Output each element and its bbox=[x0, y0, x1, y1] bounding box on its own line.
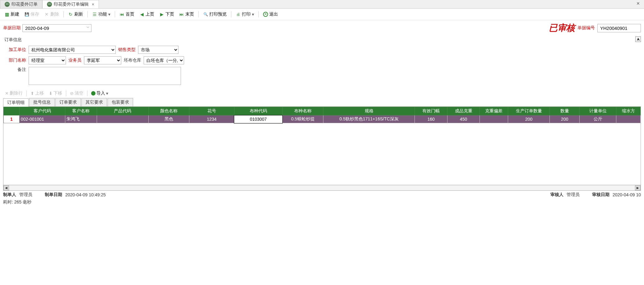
col-header[interactable]: 布种名称 bbox=[282, 107, 323, 115]
next-page-button[interactable]: 下页 bbox=[157, 11, 176, 18]
col-header[interactable]: 生产订单数量 bbox=[508, 107, 550, 115]
cell[interactable] bbox=[97, 115, 148, 123]
col-header[interactable]: 布种代码 bbox=[234, 107, 282, 115]
doc-no-label: 单据编号 bbox=[577, 25, 595, 31]
refresh-button[interactable]: 刷新 bbox=[66, 11, 85, 18]
cell[interactable]: 0.5轨纱黑色1711+16S/TC深灰 bbox=[323, 115, 415, 123]
document-tabs: 印花委外订单 印花委外订单编辑 × × bbox=[0, 0, 644, 9]
first-page-button[interactable]: 首页 bbox=[118, 11, 136, 18]
col-header[interactable]: 客户代码 bbox=[19, 107, 65, 115]
cell[interactable]: 200 bbox=[508, 115, 550, 123]
up-icon: ⬆ bbox=[30, 91, 34, 96]
scroll-track[interactable] bbox=[9, 186, 635, 190]
import-button[interactable]: 导入 bbox=[89, 90, 110, 97]
col-header[interactable]: 花号 bbox=[189, 107, 234, 115]
header-row: 单据日期 已审核 单据编号 bbox=[0, 20, 644, 36]
scroll-left-icon[interactable]: ◀ bbox=[3, 185, 9, 190]
cell[interactable] bbox=[480, 115, 508, 123]
cell[interactable]: 公斤 bbox=[580, 115, 616, 123]
cell[interactable]: 002-001001 bbox=[19, 115, 65, 123]
col-header[interactable]: 客户名称 bbox=[65, 107, 97, 115]
process-unit-select[interactable]: 杭州电化集团有限公司 bbox=[29, 46, 116, 54]
new-icon: ▥ bbox=[4, 12, 9, 17]
col-header[interactable]: 数量 bbox=[550, 107, 580, 115]
tab-label: 印花委外订单编辑 bbox=[54, 2, 89, 7]
cell[interactable] bbox=[616, 115, 641, 123]
separator bbox=[231, 11, 231, 17]
col-header[interactable]: 成品克重 bbox=[447, 107, 480, 115]
cell[interactable]: 1234 bbox=[189, 115, 234, 123]
separator bbox=[115, 11, 115, 17]
detail-grid-wrap: 客户代码客户名称产品代码颜色名称花号布种代码布种名称规格有效门幅成品克重克重偏差… bbox=[3, 107, 641, 191]
cell[interactable]: 0103007 bbox=[234, 115, 282, 123]
audit-date-label: 审核日期 bbox=[592, 192, 609, 198]
move-up-button[interactable]: ⬆上移 bbox=[29, 90, 46, 97]
cell[interactable]: 450 bbox=[447, 115, 480, 123]
print-icon bbox=[236, 12, 241, 17]
salesman-select[interactable]: 李延军 bbox=[84, 56, 121, 64]
clear-button[interactable]: ⊘清空 bbox=[68, 90, 85, 97]
status-bar: 耗时: 265 毫秒 bbox=[0, 199, 644, 206]
print-button[interactable]: 打印 bbox=[234, 11, 256, 18]
panel-title: 订单信息 bbox=[3, 37, 23, 42]
down-icon: ⬇ bbox=[49, 91, 53, 96]
next-icon bbox=[159, 12, 164, 17]
dept-select[interactable]: 经理室 bbox=[29, 56, 66, 64]
scroll-right-icon[interactable]: ▶ bbox=[635, 185, 641, 190]
auditor-label: 审核人 bbox=[550, 192, 563, 198]
col-header[interactable]: 有效门幅 bbox=[415, 107, 447, 115]
delete-icon: ✕ bbox=[5, 91, 9, 96]
last-page-button[interactable]: 末页 bbox=[177, 11, 196, 18]
tab-pack-req[interactable]: 包装要求 bbox=[108, 98, 133, 106]
cell[interactable]: 160 bbox=[415, 115, 447, 123]
exit-button[interactable]: 退出 bbox=[261, 11, 280, 18]
save-button[interactable]: 保存 bbox=[22, 11, 41, 18]
warehouse-select[interactable]: 白坯仓库（一分厂 bbox=[144, 56, 184, 64]
sale-type-select[interactable]: 市场 bbox=[138, 46, 178, 54]
cell[interactable]: 200 bbox=[550, 115, 580, 123]
doc-no-input[interactable] bbox=[597, 24, 641, 32]
tab-batch[interactable]: 批号信息 bbox=[29, 98, 55, 106]
tab-order-edit[interactable]: 印花委外订单编辑 × bbox=[42, 0, 99, 8]
move-down-button[interactable]: ⬇下移 bbox=[47, 90, 64, 97]
row-toolbar: ✕删除行 ⬆上移 ⬇下移 ⊘清空 导入 bbox=[0, 89, 644, 98]
col-header[interactable]: 缩水方 bbox=[616, 107, 641, 115]
cell[interactable]: 0.5蜈蚣纱提 bbox=[282, 115, 323, 123]
close-all-icon[interactable]: × bbox=[635, 1, 641, 6]
close-icon[interactable]: × bbox=[92, 2, 94, 7]
doc-date-input[interactable] bbox=[22, 24, 91, 32]
clear-icon: ⊘ bbox=[70, 91, 74, 96]
horizontal-scrollbar[interactable]: ◀ ▶ bbox=[3, 185, 641, 190]
creator-label: 制单人 bbox=[3, 192, 16, 198]
tab-detail[interactable]: 订单明细 bbox=[3, 98, 29, 107]
separator bbox=[87, 91, 87, 96]
col-header[interactable]: 产品代码 bbox=[97, 107, 148, 115]
tab-other-req[interactable]: 其它要求 bbox=[81, 98, 107, 106]
delete-button[interactable]: 删除 bbox=[42, 11, 61, 18]
table-row[interactable]: 1002-001001朱鸿飞黑色123401030070.5蜈蚣纱提0.5轨纱黑… bbox=[4, 115, 641, 123]
new-button[interactable]: ▥新建 bbox=[2, 11, 21, 18]
footer-bar: 制单人 管理员 制单日期 2020-04-09 10:49:25 审核人 管理员… bbox=[0, 191, 644, 199]
process-unit-label: 加工单位 bbox=[6, 47, 26, 53]
create-date-label: 制单日期 bbox=[45, 192, 62, 198]
cell[interactable]: 黑色 bbox=[148, 115, 189, 123]
print-preview-button[interactable]: 打印预览 bbox=[201, 11, 229, 18]
cell[interactable]: 朱鸿飞 bbox=[65, 115, 97, 123]
delete-row-button[interactable]: ✕删除行 bbox=[3, 90, 25, 97]
separator bbox=[66, 91, 66, 96]
col-header[interactable]: 颜色名称 bbox=[148, 107, 189, 115]
col-header[interactable]: 克重偏差 bbox=[480, 107, 508, 115]
main-toolbar: ▥新建 保存 删除 刷新 ☰功能 首页 上页 下页 末页 打印预览 打印 退出 bbox=[0, 9, 644, 20]
auditor-value: 管理员 bbox=[567, 192, 580, 198]
tab-order-req[interactable]: 订单要求 bbox=[55, 98, 81, 106]
tab-order-list[interactable]: 印花委外订单 bbox=[0, 0, 42, 8]
functions-button[interactable]: ☰功能 bbox=[90, 11, 112, 18]
sale-type-label: 销售类型 bbox=[118, 47, 136, 53]
remark-textarea[interactable] bbox=[29, 67, 181, 85]
collapse-icon[interactable]: ⮝ bbox=[635, 36, 641, 42]
detail-grid[interactable]: 客户代码客户名称产品代码颜色名称花号布种代码布种名称规格有效门幅成品克重克重偏差… bbox=[3, 107, 641, 123]
col-header[interactable]: 规格 bbox=[323, 107, 415, 115]
row-number[interactable]: 1 bbox=[4, 115, 20, 123]
col-header[interactable]: 计量单位 bbox=[580, 107, 616, 115]
prev-page-button[interactable]: 上页 bbox=[137, 11, 156, 18]
